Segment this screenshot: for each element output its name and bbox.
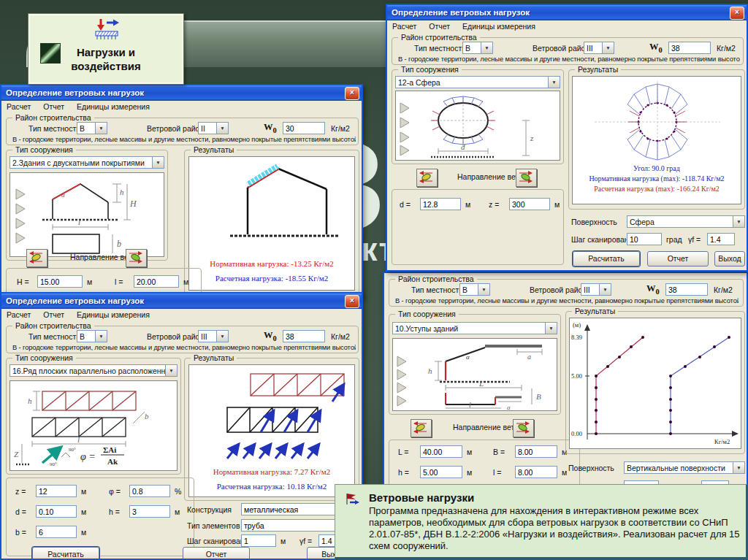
- close-icon[interactable]: ×: [345, 295, 359, 308]
- menu-units[interactable]: Единицы измерения: [457, 20, 541, 31]
- param-d-input[interactable]: [420, 198, 461, 210]
- parameters-frame: z = м φ = % d = м h = м b = м: [6, 477, 194, 556]
- param-L-input[interactable]: [420, 445, 462, 458]
- surface-select[interactable]: Вертикальные поверхности ▼: [624, 461, 745, 474]
- parameters-frame: d = м z = м: [392, 189, 564, 265]
- svg-text:h: h: [28, 396, 32, 405]
- structure-group: Тип сооружения 16.Ряд плоских параллельн…: [6, 358, 181, 475]
- terrain-select[interactable]: B ▼: [459, 283, 490, 296]
- menu-units[interactable]: Единицы измерения: [72, 309, 155, 319]
- menu-raschet[interactable]: Расчет: [1, 101, 36, 111]
- menu-otchet[interactable]: Отчет: [424, 20, 455, 31]
- chevron-down-icon: ▼: [165, 365, 177, 376]
- wind-region-select[interactable]: II ▼: [198, 122, 229, 134]
- param-h-input[interactable]: [420, 466, 462, 478]
- exit-button[interactable]: Выход: [714, 251, 745, 266]
- wind-direction-right-button[interactable]: [513, 419, 534, 437]
- menu-otchet[interactable]: Отчет: [38, 309, 69, 319]
- report-button[interactable]: Отчет: [647, 251, 709, 266]
- terrain-select[interactable]: B ▼: [77, 122, 107, 134]
- wind-region-select[interactable]: III ▼: [581, 283, 611, 296]
- gamma-f-label: γf =: [688, 235, 701, 244]
- wind-region-select[interactable]: III ▼: [584, 42, 614, 54]
- param-h-input[interactable]: [129, 505, 170, 518]
- unit-label: м: [81, 507, 86, 516]
- truss-row-scheme-icon: h b l Z 90° 90° φ = ΣAi: [10, 381, 178, 470]
- results-group: Результаты: [184, 358, 359, 501]
- unit-label: м: [554, 200, 560, 209]
- chevron-down-icon: ▼: [733, 216, 744, 227]
- svg-text:90°: 90°: [69, 447, 76, 453]
- unit-label: м: [467, 448, 472, 456]
- param-label: h =: [398, 468, 409, 477]
- report-button[interactable]: Отчет: [183, 547, 250, 560]
- normative-load-text: Нормативная нагрузка: -13.25 Кг/м2: [189, 259, 354, 268]
- unit-label: м: [175, 507, 180, 516]
- param-z-input[interactable]: [509, 198, 550, 210]
- scan-step-input[interactable]: [241, 534, 276, 547]
- gamma-f-input[interactable]: [707, 233, 735, 245]
- w0-input[interactable]: [665, 283, 708, 296]
- region-group: Район строительства Тип местности B ▼ Ве…: [6, 118, 359, 145]
- kgm2-unit-label: Кг/м2: [331, 124, 350, 133]
- sphere-scheme-icon: d z: [396, 91, 560, 160]
- group-legend: Район строительства: [398, 33, 480, 42]
- wind-region-select[interactable]: III ▼: [198, 330, 229, 342]
- sphere-result-icon: [573, 77, 741, 161]
- wind-direction-left-button[interactable]: [411, 419, 432, 437]
- chevron-down-icon: ▼: [478, 284, 489, 295]
- w0-input[interactable]: [283, 330, 325, 342]
- structure-type-select[interactable]: 12-а Сфера ▼: [395, 76, 560, 88]
- svg-text:Z: Z: [14, 450, 19, 459]
- group-legend: Район строительства: [395, 275, 477, 283]
- w0-input[interactable]: [668, 42, 711, 54]
- wind-direction-left-button[interactable]: [26, 249, 47, 267]
- menu-otchet[interactable]: Отчет: [38, 101, 69, 111]
- svg-text:φ =: φ =: [80, 451, 96, 462]
- param-l-input[interactable]: [134, 275, 179, 288]
- wind-direction-right-button[interactable]: [126, 249, 147, 267]
- param-phi-input[interactable]: [129, 485, 170, 497]
- chevron-down-icon: ▼: [733, 462, 744, 473]
- chevron-down-icon: ▼: [599, 284, 611, 295]
- wind-direction-left-button[interactable]: [416, 169, 438, 187]
- calculate-button[interactable]: Расчитать: [573, 251, 640, 266]
- surface-label: Поверхность: [568, 464, 614, 472]
- param-B-input[interactable]: [515, 445, 557, 458]
- menu-raschet[interactable]: Расчет: [387, 20, 421, 31]
- terrain-note: В - городские территории, лесные массивы…: [12, 136, 356, 143]
- calculate-button[interactable]: Расчитать: [32, 547, 99, 560]
- w0-symbol: W0: [264, 330, 277, 342]
- param-z-input[interactable]: [36, 485, 77, 497]
- wind-direction-right-button[interactable]: [516, 169, 537, 187]
- param-l-input[interactable]: [515, 466, 557, 478]
- surface-select[interactable]: Сфера ▼: [627, 215, 745, 228]
- param-label: B =: [493, 448, 505, 456]
- group-legend: Тип сооружения: [12, 353, 76, 362]
- truss-result-icon: [189, 365, 355, 463]
- unit-label: м: [280, 537, 286, 545]
- structure-type-select[interactable]: 2.Здания с двускатными покрытиями ▼: [9, 156, 164, 169]
- close-icon[interactable]: ×: [345, 87, 359, 100]
- wind-region-label: Ветровой район: [530, 285, 587, 294]
- w0-input[interactable]: [283, 122, 325, 134]
- terrain-select[interactable]: B ▼: [77, 330, 107, 342]
- terrain-select[interactable]: B ▼: [462, 42, 493, 54]
- group-legend: Тип сооружения: [398, 65, 462, 74]
- titlebar: Определение ветровых нагрузок ×: [1, 85, 362, 101]
- structure-type-select[interactable]: 10.Уступы зданий ▼: [392, 322, 557, 334]
- svg-text:a: a: [507, 404, 511, 410]
- param-H-input[interactable]: [37, 275, 83, 288]
- structure-type-select[interactable]: 16.Ряд плоских параллельно расположенных…: [9, 364, 178, 377]
- svg-text:l: l: [77, 435, 80, 444]
- structure-diagram: a α h L a B l: [392, 338, 557, 411]
- menu-raschet[interactable]: Расчет: [1, 309, 36, 319]
- terrain-label: Тип местности: [414, 44, 466, 53]
- results-group: Результаты (м) 8.39 5.00 0.00 Кг/м2: [565, 311, 745, 454]
- w0-symbol: W0: [264, 122, 277, 134]
- menu-units[interactable]: Единицы измерения: [72, 101, 155, 111]
- scan-step-input[interactable]: [627, 233, 662, 245]
- param-d-input[interactable]: [36, 505, 77, 518]
- close-icon[interactable]: ×: [730, 7, 744, 20]
- param-b-input[interactable]: [36, 526, 77, 538]
